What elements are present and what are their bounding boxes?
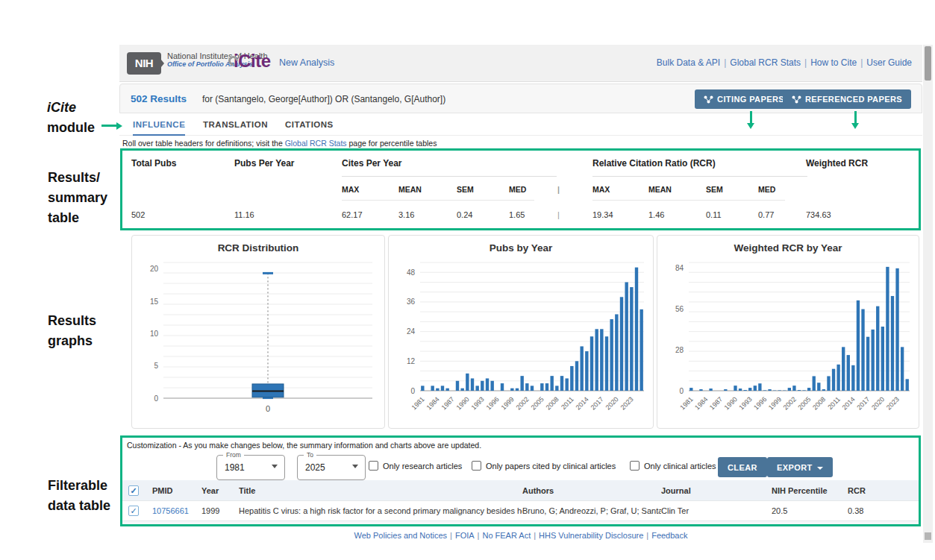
subheader-max: MAX xyxy=(592,185,610,194)
subheader-mean: MEAN xyxy=(398,185,422,194)
global-rcr-stats-link[interactable]: Global RCR Stats xyxy=(730,57,801,68)
svg-text:2005: 2005 xyxy=(530,395,545,411)
checkbox-icon xyxy=(630,461,640,471)
svg-text:2002: 2002 xyxy=(515,395,531,411)
svg-text:1984: 1984 xyxy=(693,395,709,411)
rcr-distribution-chart: 051015200 xyxy=(135,255,381,422)
svg-text:2011: 2011 xyxy=(560,395,575,411)
no-fear-act-link[interactable]: No FEAR Act xyxy=(482,531,531,540)
svg-text:2011: 2011 xyxy=(826,395,842,411)
annotation-filterable-data-table: Filterable data table xyxy=(48,476,110,516)
citation-network-icon xyxy=(704,95,713,104)
citing-papers-button[interactable]: CITING PAPERS xyxy=(695,89,793,109)
pmid-link[interactable]: 10756661 xyxy=(152,506,201,515)
svg-text:1993: 1993 xyxy=(737,395,753,411)
subheader-divider: | xyxy=(557,185,560,194)
svg-text:2017: 2017 xyxy=(590,395,605,411)
year-from-select[interactable]: From 1981 xyxy=(216,455,285,480)
divider-line xyxy=(592,200,785,201)
results-bar: 502 Results for (Santangelo, George[Auth… xyxy=(119,84,922,113)
green-arrow-down-icon xyxy=(747,111,756,129)
svg-text:0: 0 xyxy=(266,404,270,413)
only-research-articles-checkbox[interactable]: Only research articles xyxy=(369,461,462,471)
only-clinical-articles-checkbox[interactable]: Only clinical articles xyxy=(630,461,716,471)
tab-influence[interactable]: INFLUENCE xyxy=(133,113,185,136)
col-title: Title xyxy=(239,486,522,495)
table-row: 10982413 2001 An immune influenza subuni… xyxy=(121,521,921,526)
svg-text:2020: 2020 xyxy=(604,395,620,411)
col-authors: Authors xyxy=(522,486,661,495)
col-nih-percentile: NIH Percentile xyxy=(772,486,848,495)
svg-text:1984: 1984 xyxy=(425,395,441,411)
value-weighted-rcr: 734.63 xyxy=(806,210,831,219)
row-checkbox[interactable] xyxy=(128,506,139,516)
value-rcr-max: 19.34 xyxy=(592,210,613,219)
definitions-note: Roll over table headers for definitions;… xyxy=(122,139,437,148)
cell-year: 1999 xyxy=(201,506,239,515)
svg-text:0: 0 xyxy=(154,394,158,403)
hhs-vulnerability-link[interactable]: HHS Vulnerability Disclosure xyxy=(539,531,643,540)
cell-journal: Clin Ter xyxy=(661,506,772,515)
subheader-med: MED xyxy=(509,185,526,194)
svg-text:2017: 2017 xyxy=(855,395,871,411)
how-to-cite-link[interactable]: How to Cite xyxy=(810,57,857,68)
clear-button[interactable]: CLEAR xyxy=(718,457,767,477)
col-pmid: PMID xyxy=(152,486,201,495)
svg-text:10: 10 xyxy=(150,330,159,338)
referenced-papers-button[interactable]: REFERENCED PAPERS xyxy=(783,89,911,109)
only-papers-cited-by-clinical-checkbox[interactable]: Only papers cited by clinical articles xyxy=(472,461,616,471)
chart-title: RCR Distribution xyxy=(132,242,384,254)
tab-translation[interactable]: TRANSLATION xyxy=(203,113,268,136)
value-rcr-mean: 1.46 xyxy=(648,210,664,219)
results-query: for (Santangelo, George[Author]) OR (San… xyxy=(202,94,445,104)
svg-text:1987: 1987 xyxy=(440,395,456,411)
page: iCite module Results/ summary table Resu… xyxy=(0,0,935,560)
results-data-table: PMID Year Title Authors Journal NIH Perc… xyxy=(121,480,921,526)
from-label: From xyxy=(223,451,244,459)
svg-text:1999: 1999 xyxy=(767,395,783,411)
foia-link[interactable]: FOIA xyxy=(455,531,475,540)
bulk-data-api-link[interactable]: Bulk Data & API xyxy=(657,57,720,68)
icite-logo[interactable]: iCite xyxy=(228,51,271,72)
svg-text:15: 15 xyxy=(150,298,159,306)
pubs-by-year-chart: 0122436481981198419871990199319961999200… xyxy=(392,255,650,422)
results-count: 502 Results xyxy=(131,93,187,104)
subheader-mean: MEAN xyxy=(648,185,672,194)
global-rcr-stats-inline-link[interactable]: Global RCR Stats xyxy=(285,139,347,148)
svg-text:1996: 1996 xyxy=(752,395,768,411)
divider-line xyxy=(592,176,807,177)
svg-text:0: 0 xyxy=(410,387,415,395)
chevron-down-icon xyxy=(817,467,823,470)
svg-text:1990: 1990 xyxy=(455,395,471,411)
new-analysis-link[interactable]: New Analysis xyxy=(279,57,334,68)
table-header-row: PMID Year Title Authors Journal NIH Perc… xyxy=(121,480,921,501)
value-total-pubs: 502 xyxy=(131,210,145,219)
rcr-distribution-card: RCR Distribution 051015200 xyxy=(131,235,385,429)
svg-text:1981: 1981 xyxy=(410,395,426,411)
value-cites-mean: 3.16 xyxy=(398,210,414,219)
filterable-data-section: Customization - As you make changes belo… xyxy=(121,437,921,526)
scrollbar-thumb[interactable] xyxy=(925,46,931,81)
tab-citations[interactable]: CITATIONS xyxy=(285,113,334,136)
scrollbar-down-arrow[interactable] xyxy=(925,532,931,540)
subheader-sem: SEM xyxy=(706,185,723,194)
to-value: 2025 xyxy=(305,462,325,473)
subheader-med: MED xyxy=(758,185,775,194)
svg-text:2023: 2023 xyxy=(619,395,635,411)
feedback-link[interactable]: Feedback xyxy=(651,531,687,540)
export-button[interactable]: EXPORT xyxy=(767,457,833,477)
svg-text:2014: 2014 xyxy=(841,395,857,411)
select-all-checkbox[interactable] xyxy=(128,485,139,496)
nih-logo[interactable]: NIH xyxy=(127,52,161,75)
cell-title: Hepatitis C virus: a high risk factor fo… xyxy=(239,506,522,515)
col-rcr: RCR xyxy=(848,486,921,495)
cell-authors: Bruno, G; Andreozzi, P; Graf, U; Santang… xyxy=(522,506,661,515)
svg-text:2023: 2023 xyxy=(885,395,901,411)
page-scrollbar[interactable] xyxy=(923,45,933,543)
svg-text:2008: 2008 xyxy=(811,395,827,411)
cell-rcr: 0.38 xyxy=(848,506,921,515)
svg-text:1999: 1999 xyxy=(500,395,516,411)
user-guide-link[interactable]: User Guide xyxy=(866,57,912,68)
web-policies-link[interactable]: Web Policies and Notices xyxy=(354,531,448,540)
year-to-select[interactable]: To 2025 xyxy=(297,455,366,480)
